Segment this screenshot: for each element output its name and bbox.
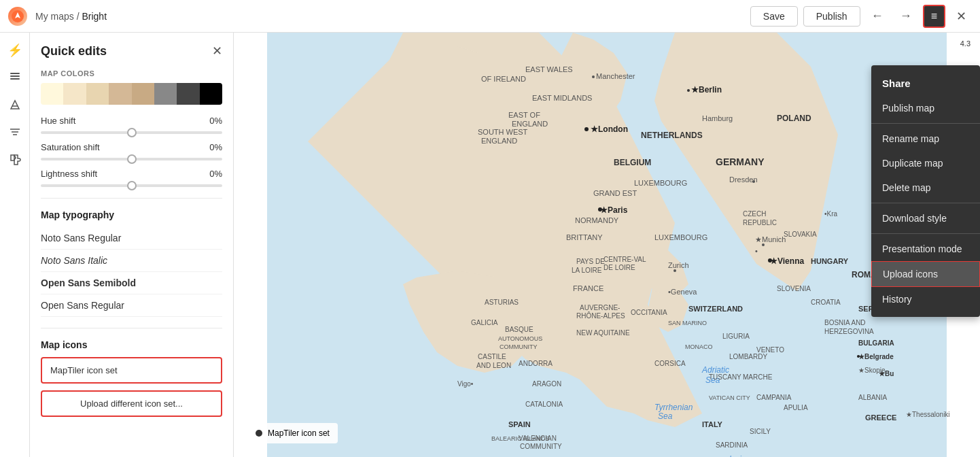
typography-item-opensans-semibold: Open Sans Semibold [41, 272, 222, 294]
dropdown-divider-3 [871, 233, 980, 234]
svg-text:SLOVENIA: SLOVENIA [777, 285, 811, 292]
dropdown-download-style[interactable]: Download style [871, 206, 980, 231]
dropdown-divider-1 [871, 123, 980, 124]
saturation-shift-label: Saturation shift [41, 142, 100, 152]
svg-text:•Geneva: •Geneva [668, 288, 697, 296]
dropdown-publish-map[interactable]: Publish map [871, 96, 980, 120]
saturation-shift-value: 0% [209, 142, 222, 152]
svg-text:ENGLAND: ENGLAND [512, 120, 548, 128]
hue-shift-track[interactable] [41, 131, 222, 134]
svg-text:EAST WALES: EAST WALES [525, 65, 573, 73]
hue-shift-value: 0% [209, 116, 222, 126]
svg-text:CROATIA: CROATIA [811, 299, 841, 306]
sidebar-item-filters[interactable] [3, 120, 27, 144]
publish-button[interactable]: Publish [803, 6, 860, 27]
svg-text:★Thessaloniki: ★Thessaloniki [906, 411, 950, 418]
svg-text:BRITTANY: BRITTANY [566, 233, 603, 241]
dropdown-presentation-mode[interactable]: Presentation mode [871, 237, 980, 261]
svg-text:CAMPANIA: CAMPANIA [756, 394, 792, 401]
upload-icon-set-button[interactable]: Upload different icon set... [41, 390, 222, 417]
dropdown-rename-map[interactable]: Rename map [871, 126, 980, 151]
svg-text:CZECH: CZECH [743, 210, 766, 218]
version-badge: 4.3 [956, 38, 975, 49]
sidebar-item-puzzle[interactable] [3, 147, 27, 171]
svg-text:SWITZERLAND: SWITZERLAND [688, 305, 743, 313]
map-typography-label: Map typography [41, 209, 222, 220]
close-button[interactable]: ✕ [951, 6, 972, 27]
legend-dot [256, 430, 262, 437]
svg-text:SPAIN: SPAIN [508, 420, 531, 428]
nav-back-button[interactable]: ← [866, 6, 889, 26]
svg-text:SLOVAKIA: SLOVAKIA [784, 231, 817, 238]
map-area[interactable]: OF IRELAND EAST WALES EAST MIDLANDS EAST… [234, 33, 980, 457]
saturation-shift-group: Saturation shift 0% [41, 142, 222, 160]
svg-point-63 [857, 355, 860, 358]
dropdown-upload-icons[interactable]: Upload icons [871, 261, 980, 287]
svg-text:★London: ★London [591, 124, 628, 134]
dropdown-duplicate-map[interactable]: Duplicate map [871, 151, 980, 175]
saturation-shift-track[interactable] [41, 158, 222, 160]
dropdown-share-header: Share [871, 71, 980, 96]
svg-text:GRAND EST: GRAND EST [593, 189, 637, 197]
svg-point-27 [752, 180, 755, 183]
svg-text:LUXEMBOURG: LUXEMBOURG [634, 179, 687, 187]
svg-text:★Vienna: ★Vienna [770, 256, 804, 266]
svg-point-20 [687, 89, 690, 92]
color-swatch-row [41, 83, 222, 105]
svg-text:HUNGARY: HUNGARY [811, 257, 849, 265]
sidebar-item-layers[interactable] [3, 65, 27, 90]
svg-text:Manchester: Manchester [596, 72, 635, 80]
map-svg: OF IRELAND EAST WALES EAST MIDLANDS EAST… [234, 33, 980, 457]
svg-text:BOSNIA AND: BOSNIA AND [824, 319, 866, 326]
svg-text:GERMANY: GERMANY [716, 156, 765, 167]
typography-item-opensans-regular: Open Sans Regular [41, 294, 222, 317]
panel-close-button[interactable]: ✕ [212, 44, 222, 58]
hue-shift-label: Hue shift [41, 116, 75, 126]
svg-text:LOMBARDY: LOMBARDY [729, 353, 767, 360]
svg-text:HERZEGOVINA: HERZEGOVINA [824, 328, 874, 335]
svg-text:ARAGON: ARAGON [532, 380, 561, 388]
swatch-3 [86, 83, 109, 105]
save-button[interactable]: Save [750, 6, 798, 27]
swatch-8 [200, 83, 222, 105]
icon-set-box[interactable]: MapTiler icon set [41, 357, 222, 384]
main-area: ⚡ Quick edits ✕ Map colors [0, 33, 980, 457]
app-logo [8, 7, 27, 26]
hue-shift-thumb[interactable] [127, 128, 137, 137]
svg-text:Sea: Sea [658, 411, 673, 421]
svg-text:REPUBLIC: REPUBLIC [743, 219, 777, 226]
svg-point-18 [592, 75, 595, 78]
svg-text:COMMUNITY: COMMUNITY [500, 343, 538, 350]
breadcrumb-my-maps[interactable]: My maps [35, 11, 74, 22]
dropdown-history[interactable]: History [871, 287, 980, 311]
svg-text:APULIA: APULIA [784, 404, 808, 411]
svg-text:RHÔNE-ALPES: RHÔNE-ALPES [576, 311, 625, 320]
dropdown-delete-map[interactable]: Delete map [871, 175, 980, 200]
svg-text:ITALY: ITALY [702, 420, 723, 428]
sidebar-item-lightning[interactable]: ⚡ [3, 38, 27, 63]
legend-label: MapTiler icon set [268, 428, 330, 438]
swatch-1 [41, 83, 63, 105]
svg-rect-3 [10, 73, 20, 74]
svg-text:Ionian: Ionian [729, 454, 750, 457]
sidebar-item-paint[interactable] [3, 92, 27, 117]
svg-text:LUXEMBOURG: LUXEMBOURG [654, 233, 707, 241]
svg-point-47 [768, 258, 772, 263]
svg-text:★Skopje: ★Skopje [858, 367, 886, 374]
svg-text:MONACO: MONACO [685, 343, 713, 350]
hue-shift-label-row: Hue shift 0% [41, 116, 222, 126]
svg-text:ALBANIA: ALBANIA [858, 394, 888, 401]
svg-text:Vigo•: Vigo• [457, 380, 474, 388]
saturation-shift-thumb[interactable] [127, 154, 137, 164]
lightness-shift-track[interactable] [41, 184, 222, 187]
icon-set-label: MapTiler icon set [50, 365, 118, 375]
nav-forward-button[interactable]: → [894, 6, 917, 26]
menu-button[interactable]: ≡ [923, 5, 945, 28]
svg-text:NEW AQUITAINE: NEW AQUITAINE [576, 329, 630, 337]
svg-text:DE LOIRE: DE LOIRE [603, 264, 635, 271]
svg-text:AUTONOMOUS: AUTONOMOUS [498, 335, 542, 342]
svg-text:AUVERGNE-: AUVERGNE- [580, 304, 620, 311]
lightness-shift-thumb[interactable] [127, 181, 137, 190]
svg-text:AND LEON: AND LEON [476, 362, 511, 369]
left-icon-sidebar: ⚡ [0, 33, 30, 457]
